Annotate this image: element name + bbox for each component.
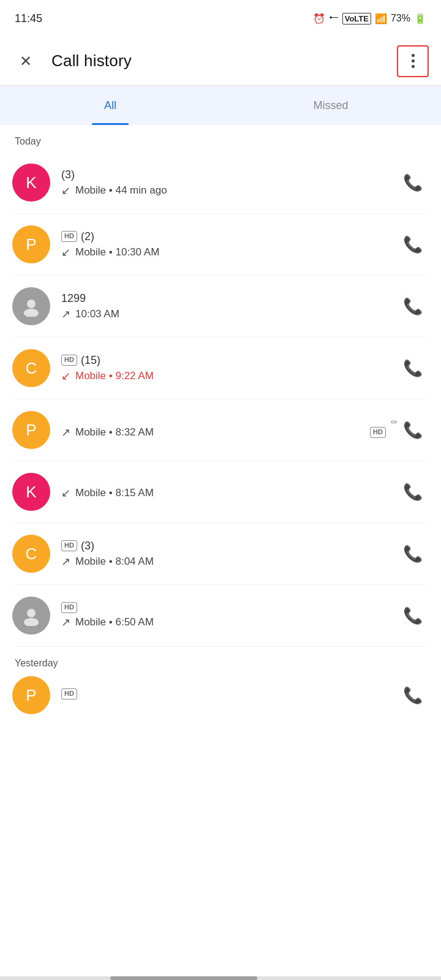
call-bottom-row: ↙ Mobile • 8:15 AM <box>61 486 397 500</box>
tab-missed-label: Missed <box>313 99 348 112</box>
tab-all-indicator <box>92 123 129 125</box>
bluetooth-icon: ⭠ <box>329 13 339 24</box>
call-item[interactable]: HD ↗ Mobile • 6:50 AM 📞 <box>0 585 441 646</box>
call-button[interactable]: 📞 <box>397 476 429 508</box>
call-top-row: HD <box>61 688 397 699</box>
avatar: C <box>12 349 50 387</box>
call-label: Mobile • 8:04 AM <box>75 556 154 568</box>
avatar: P <box>12 676 50 714</box>
call-info: HD ↗ Mobile • 6:50 AM <box>61 602 397 628</box>
avatar <box>12 287 50 325</box>
call-button[interactable]: 📞 <box>397 352 429 384</box>
call-info: HD (15) ↙ Mobile • 9:22 AM <box>61 354 397 383</box>
call-button[interactable]: 📞 <box>397 290 429 322</box>
status-bar: 11:45 ⏰ ⭠ VoLTE 📶 73% 🔋 <box>0 0 441 37</box>
call-item[interactable]: C HD (15) ↙ Mobile • 9:22 AM 📞 <box>0 337 441 399</box>
call-count: (3) <box>61 168 75 181</box>
call-label: Mobile • 9:22 AM <box>75 370 154 382</box>
phone-icon: 📞 <box>403 359 423 378</box>
call-info: HD (3) ↗ Mobile • 8:04 AM <box>61 540 397 568</box>
more-options-button[interactable] <box>397 45 429 77</box>
section-yesterday: Yesterday <box>0 647 441 674</box>
call-label: Mobile • 8:32 AM <box>75 426 154 439</box>
battery-text: 73% <box>391 13 410 24</box>
tab-all[interactable]: All <box>0 86 221 125</box>
call-top-row: HD <box>61 602 397 612</box>
call-button[interactable]: 📞 <box>397 167 429 198</box>
call-button[interactable]: 📞 <box>397 600 429 631</box>
call-info: ↗ Mobile • 8:32 AM HD <box>61 421 397 439</box>
call-top-row: (3) <box>61 168 397 181</box>
avatar <box>12 597 50 635</box>
call-item[interactable]: C HD (3) ↗ Mobile • 8:04 AM 📞 <box>0 523 441 584</box>
call-direction-icon: ↙ <box>61 369 70 383</box>
call-item[interactable]: P ↗ Mobile • 8:32 AM HD 📞 <box>0 399 441 461</box>
call-button[interactable]: 📞 <box>397 228 429 260</box>
call-count: (2) <box>81 230 94 243</box>
top-bar: ✕ Call history <box>0 37 441 86</box>
phone-icon: 📞 <box>403 606 423 625</box>
call-bottom-row: ↙ Mobile • 44 min ago <box>61 184 397 197</box>
call-label: Mobile • 8:15 AM <box>75 487 154 499</box>
avatar: C <box>12 535 50 573</box>
phone-icon: 📞 <box>403 545 423 564</box>
call-info: ↙ Mobile • 8:15 AM <box>61 484 397 500</box>
call-label: Mobile • 6:50 AM <box>75 616 154 628</box>
tab-missed[interactable]: Missed <box>221 86 441 125</box>
phone-icon: 📞 <box>403 686 423 705</box>
call-item[interactable]: P HD 📞 <box>0 674 441 717</box>
more-dot-1 <box>412 54 415 57</box>
svg-point-0 <box>27 300 36 308</box>
svg-point-3 <box>24 618 39 626</box>
more-dot-3 <box>412 65 415 68</box>
call-bottom-row: ↙ Mobile • 10:30 AM <box>61 246 397 259</box>
hd-badge: HD <box>61 355 77 365</box>
call-count: (3) <box>81 540 94 552</box>
call-button[interactable]: 📞 <box>397 414 429 446</box>
call-item[interactable]: K (3) ↙ Mobile • 44 min ago 📞 <box>0 152 441 213</box>
call-label: Mobile • 10:30 AM <box>75 246 159 258</box>
hd-badge: HD <box>61 602 77 612</box>
phone-icon: 📞 <box>403 235 423 254</box>
call-bottom-row: ↗ Mobile • 8:04 AM <box>61 555 397 568</box>
hd-badge <box>391 421 397 423</box>
call-label: 10:03 AM <box>75 308 119 320</box>
call-button[interactable]: 📞 <box>397 679 429 711</box>
call-top-row: HD (15) <box>61 354 397 367</box>
avatar: P <box>12 225 50 263</box>
call-direction-icon: ↗ <box>61 616 70 629</box>
battery-icon: 🔋 <box>414 13 426 24</box>
call-item[interactable]: K ↙ Mobile • 8:15 AM 📞 <box>0 461 441 522</box>
avatar: K <box>12 164 50 202</box>
call-direction-icon: ↙ <box>61 486 70 500</box>
call-bottom-row: ↙ Mobile • 9:22 AM <box>61 369 397 383</box>
alarm-icon: ⏰ <box>313 13 325 24</box>
call-top-row <box>61 421 397 423</box>
hd-badge: HD <box>61 688 77 699</box>
call-direction-icon: ↗ <box>61 555 70 568</box>
page-title: Call history <box>51 51 132 70</box>
avatar: P <box>12 411 50 449</box>
hd-badge: HD <box>61 540 77 551</box>
call-bottom-row: ↗ Mobile • 6:50 AM <box>61 616 397 629</box>
call-direction-icon: ↗ <box>61 426 70 439</box>
call-list-yesterday: P HD 📞 <box>0 674 441 717</box>
call-info: (3) ↙ Mobile • 44 min ago <box>61 168 397 197</box>
call-top-row: HD (2) <box>61 230 397 243</box>
phone-icon: 📞 <box>403 421 423 440</box>
more-dot-2 <box>412 59 415 62</box>
call-item[interactable]: 1299 ↗ 10:03 AM 📞 <box>0 276 441 337</box>
call-count: (15) <box>81 354 100 367</box>
close-button[interactable]: ✕ <box>12 48 39 75</box>
status-time: 11:45 <box>15 12 42 25</box>
call-bottom-row: ↗ Mobile • 8:32 AM HD <box>61 426 397 439</box>
avatar: K <box>12 473 50 511</box>
call-item[interactable]: P HD (2) ↙ Mobile • 10:30 AM 📞 <box>0 214 441 275</box>
scroll-bar[interactable] <box>0 976 441 980</box>
call-top-row: HD (3) <box>61 540 397 552</box>
call-button[interactable]: 📞 <box>397 538 429 570</box>
phone-icon: 📞 <box>403 483 423 502</box>
section-today: Today <box>0 125 441 152</box>
phone-icon: 📞 <box>403 173 423 192</box>
call-direction-icon: ↙ <box>61 246 70 259</box>
